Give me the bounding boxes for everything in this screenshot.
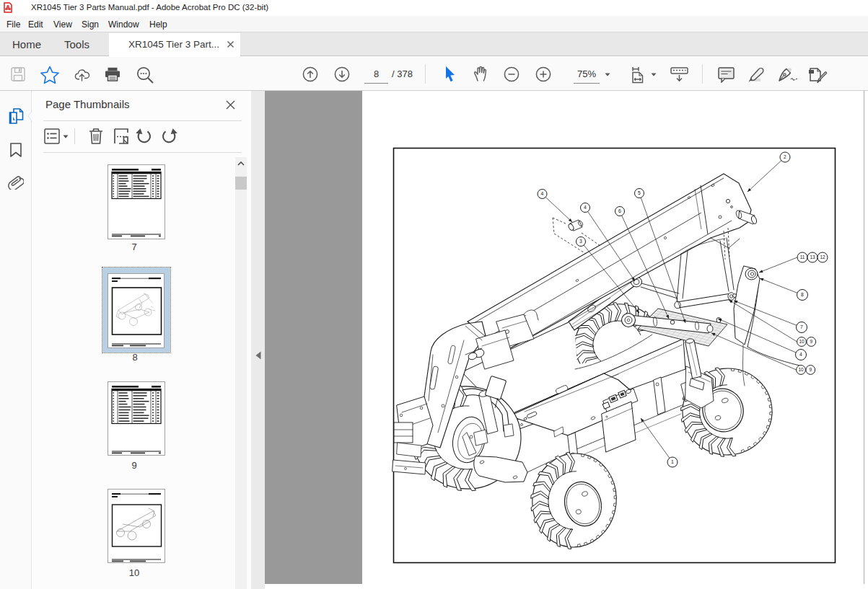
- svg-text:8: 8: [801, 292, 804, 297]
- svg-text:12: 12: [820, 254, 825, 260]
- svg-text:1: 1: [671, 459, 674, 464]
- svg-text:7: 7: [800, 324, 803, 329]
- svg-text:4: 4: [799, 352, 802, 357]
- svg-text:6: 6: [618, 208, 621, 213]
- svg-text:10: 10: [799, 339, 805, 344]
- svg-text:9: 9: [810, 339, 812, 344]
- svg-text:4: 4: [584, 205, 587, 210]
- svg-text:5: 5: [638, 190, 641, 195]
- svg-text:9: 9: [809, 367, 812, 372]
- svg-text:11: 11: [800, 254, 805, 260]
- svg-text:2: 2: [784, 154, 786, 159]
- svg-text:3: 3: [579, 239, 582, 244]
- svg-text:10: 10: [798, 367, 804, 372]
- svg-text:4: 4: [541, 191, 544, 196]
- svg-text:13: 13: [810, 254, 815, 260]
